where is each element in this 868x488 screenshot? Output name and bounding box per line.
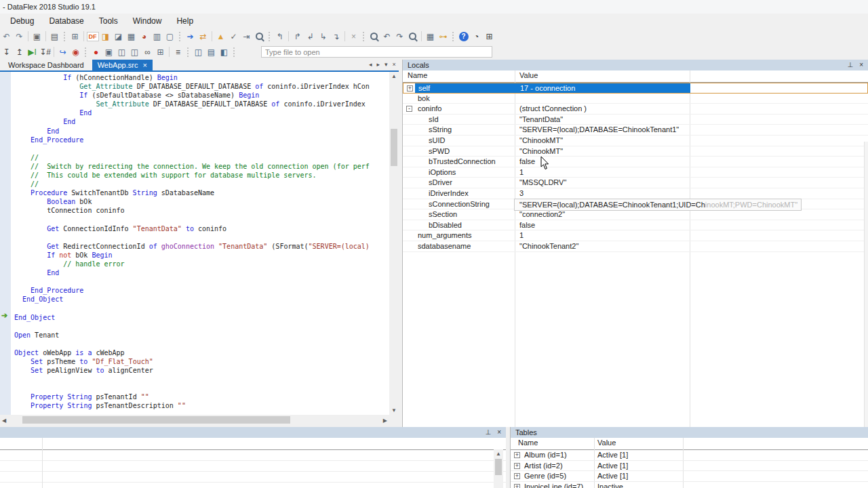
inspect-glasses-icon[interactable]: ∞ (141, 45, 154, 58)
locals-row-sString[interactable]: sString"SERVER=(local);DATABASE=ChinookT… (403, 125, 868, 136)
close-icon[interactable]: × (859, 60, 863, 70)
call-stack-icon[interactable]: ≡ (172, 45, 184, 58)
step-out-icon[interactable]: ↥ (13, 45, 26, 58)
prev-bookmark-icon[interactable]: ↰ (273, 30, 286, 43)
close-icon[interactable]: × (497, 427, 501, 438)
sync-objects-icon[interactable]: ⇄ (197, 30, 210, 43)
tables-row-artist[interactable]: +Artist (id=2)Active [1] (511, 461, 868, 472)
print-icon[interactable]: ▤ (48, 30, 61, 43)
todo-list-icon[interactable]: ✓ (227, 30, 240, 43)
tab-list-dropdown-icon[interactable]: ▾ (384, 61, 388, 68)
tab-workspace-dashboard[interactable]: Workspace Dashboard (0, 60, 92, 70)
quick-open-input[interactable] (261, 46, 492, 58)
locals-row-num_arguments[interactable]: num_arguments1 (403, 230, 868, 241)
breakpoints-window-icon[interactable]: ▣ (102, 45, 115, 58)
database-builder-icon[interactable]: ◫ (192, 45, 205, 58)
locals-row-sSection[interactable]: sSection"connection2" (403, 209, 868, 220)
database-explorer-icon[interactable]: ▤ (205, 45, 218, 58)
table-grid-icon[interactable]: ⊞ (483, 30, 496, 43)
find-icon[interactable] (253, 30, 266, 43)
locals-row-sPWD[interactable]: sPWD"ChinookMT" (403, 146, 868, 157)
pin-icon[interactable]: ⊥ (485, 427, 491, 438)
locals-row-bok[interactable]: bok (403, 94, 868, 104)
tab-webapp-src[interactable]: WebApp.src × (92, 60, 153, 70)
locals-row-bDisabled[interactable]: bDisabledfalse (403, 220, 868, 231)
code-editor[interactable]: ➔ If (hConnectionHandle) Begin Get_Attri… (0, 72, 389, 415)
export-icon[interactable]: ⇥ (240, 30, 253, 43)
locals-row-sdatabasename[interactable]: sdatabasename"ChinookTenant2" (403, 241, 868, 252)
tables-column-name[interactable]: Name (518, 439, 538, 447)
editor-vscroll-thumb[interactable] (391, 129, 397, 166)
warnings-icon[interactable]: ▲ (214, 30, 227, 43)
locals-row-bTrustedConnection[interactable]: bTrustedConnectionfalse (403, 157, 868, 167)
toggle-breakpoint-icon[interactable]: ● (90, 45, 102, 58)
locals-row-iDriverIndex[interactable]: iDriverIndex3 (403, 188, 868, 199)
go-to-icon[interactable]: ➔ (184, 30, 197, 43)
code-explorer-icon[interactable]: ▦ (125, 30, 138, 43)
pin-icon[interactable]: ⊥ (847, 60, 853, 70)
editor-vertical-scrollbar[interactable]: ▲ ▼ (389, 72, 399, 415)
tables-window-icon[interactable]: ⊞ (154, 45, 167, 58)
search-icon[interactable] (368, 30, 380, 43)
menu-item-window[interactable]: Window (125, 14, 170, 28)
expand-icon[interactable]: + (514, 473, 520, 479)
tab-scroll-right-icon[interactable]: ▸ (377, 61, 380, 68)
tab-close-icon[interactable]: × (142, 60, 146, 70)
tab-bar-close-icon[interactable]: × (393, 61, 396, 68)
step-into-icon[interactable]: ↧ (0, 45, 13, 58)
key-icon[interactable]: ⊶ (437, 30, 450, 43)
locals-row-iOptions[interactable]: iOptions1 (403, 167, 868, 178)
scroll-left-icon[interactable]: ◀ (2, 418, 6, 424)
menu-item-tools[interactable]: Tools (92, 14, 125, 28)
editor-hscroll-thumb[interactable] (22, 416, 290, 424)
locals-row-sUID[interactable]: sUID"ChinookMT" (403, 136, 868, 146)
clear-bookmarks-icon[interactable]: ↴ (330, 30, 342, 43)
search-forward-icon[interactable]: ↷ (393, 30, 406, 43)
locals-column-name[interactable]: Name (408, 71, 427, 79)
bottom-left-scroll-thumb[interactable] (495, 459, 502, 475)
profiler-icon[interactable]: ◔ (470, 30, 483, 43)
search-in-files-icon[interactable] (406, 30, 419, 43)
table-viewer-icon[interactable]: ▥ (151, 30, 163, 43)
open-workspace-icon[interactable]: ◨ (99, 30, 112, 43)
locals-row-sId[interactable]: sId"TenantData" (403, 115, 868, 125)
scroll-up-icon[interactable]: ▲ (391, 73, 397, 79)
watches-window-icon[interactable]: ◫ (115, 45, 128, 58)
locals-row-sConnectionString[interactable]: sConnectionString"SERVER=(local);DATABAS… (403, 199, 868, 210)
tables-row-genre[interactable]: +Genre (id=5)Active [1] (511, 471, 868, 482)
tab-scroll-left-icon[interactable]: ◂ (369, 61, 372, 68)
locals-row-coninfo[interactable]: -coninfo(struct tConnection ) (403, 104, 868, 115)
copy-layout-icon[interactable]: ⊞ (68, 30, 81, 43)
undo-icon[interactable]: ↶ (0, 30, 13, 43)
stop-debug-icon[interactable]: ◉ (69, 45, 82, 58)
locals-row-sDriver[interactable]: sDriver"MSSQLDRV" (403, 178, 868, 188)
scroll-up-icon[interactable]: ▲ (496, 451, 501, 457)
grid-properties-icon[interactable]: ▦ (424, 30, 437, 43)
menu-item-help[interactable]: Help (169, 14, 201, 28)
menu-item-debug[interactable]: Debug (3, 14, 41, 28)
locals-row-self[interactable]: +self17 - oconnection (403, 83, 868, 94)
dataflex-source-icon[interactable]: DF (86, 30, 99, 43)
run-to-cursor-icon[interactable]: ▶I (26, 45, 39, 58)
menu-item-database[interactable]: Database (41, 14, 91, 28)
expand-icon[interactable]: + (514, 452, 520, 458)
locals-scrollbar[interactable] (864, 142, 868, 427)
tables-row-album[interactable]: +Album (id=1)Active [1] (511, 450, 868, 461)
tables-row-invoiceline[interactable]: +InvoiceLine (id=7)Inactive (511, 482, 868, 488)
record-macro-icon[interactable]: ▣ (31, 30, 43, 43)
cancel-find-icon[interactable]: × (347, 30, 360, 43)
continue-debug-icon[interactable]: ↪ (56, 45, 69, 58)
toggle-bookmark-icon[interactable]: ↲ (304, 30, 317, 43)
expand-icon[interactable]: + (514, 463, 520, 469)
redo-icon[interactable]: ↷ (13, 30, 26, 43)
locals-column-value[interactable]: Value (519, 71, 538, 79)
sql-connection-icon[interactable]: ◧ (218, 45, 231, 58)
scroll-down-icon[interactable]: ▼ (391, 407, 397, 413)
locals-window-icon[interactable]: ◫ (128, 45, 141, 58)
help-icon[interactable]: ? (457, 30, 470, 43)
next-bookmark-icon[interactable]: ↱ (291, 30, 304, 43)
color-palette-icon[interactable]: ◕ (138, 30, 151, 43)
collapse-icon[interactable]: - (406, 106, 412, 112)
object-explorer-icon[interactable]: ◪ (112, 30, 125, 43)
scroll-right-icon[interactable]: ▶ (383, 418, 387, 424)
